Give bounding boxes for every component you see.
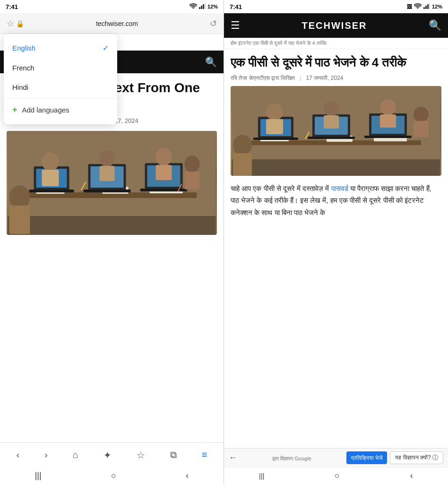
ad-label: द्वारा विज्ञापन Google [272,456,311,461]
lang-french-label: French [12,64,34,72]
hindi-para-1: चाहे आप एक पीसी से दूसरे में दस्तावेज़ म… [231,184,331,192]
svg-rect-32 [425,6,427,9]
site-logo-right: TECHWISER [302,20,367,31]
check-icon: ✓ [103,43,109,52]
svg-rect-58 [232,159,440,176]
search-icon-right[interactable]: 🔍 [429,19,441,32]
url-text[interactable]: techwiser.com [24,20,210,27]
svg-rect-21 [100,166,115,181]
hindi-author: रवि तेजा केएनटीएस द्वारा लिखित [231,75,295,81]
sys-nav-right: ||| ○ ‹ [224,467,448,484]
svg-rect-52 [324,115,339,129]
svg-rect-34 [429,3,430,9]
sys-recents-right[interactable]: ‹ [410,471,413,481]
star-icon[interactable]: ☆ [7,18,14,29]
svg-rect-11 [29,190,74,192]
svg-rect-33 [427,4,429,9]
svg-rect-30 [9,206,30,234]
lang-french[interactable]: French [4,58,117,78]
address-bar: ☆ 🔒 techwiser.com ↺ [0,13,224,34]
svg-rect-3 [205,3,206,9]
svg-point-55 [414,107,429,122]
meta-sep-right: | [300,75,301,81]
svg-rect-54 [380,114,396,128]
svg-rect-14 [84,190,131,192]
lang-english-label: English [12,44,35,52]
refresh-icon[interactable]: ↺ [210,18,217,29]
lang-hindi-label: Hindi [12,83,28,91]
svg-rect-2 [203,4,204,9]
signal-icon-right [423,3,430,10]
breadcrumb-right: होम इंटरनेट एक पीसी से दूसरे में पाठ भेज… [224,38,448,49]
svg-rect-45 [308,137,355,139]
hindi-content: चाहे आप एक पीसी से दूसरे में दस्तावेज़ म… [224,176,448,448]
left-panel: 7:41 12% ☆ 🔒 techwiser.com ↺ Show origin… [0,0,224,484]
ad-bar: ← द्वारा विज्ञापन Google प्रतिक्रिया भेज… [224,448,448,467]
why-ad-label: यह विज्ञापन क्यों? ⓘ [395,454,438,461]
ad-back-icon[interactable]: ← [229,453,237,463]
status-icons-left: 12% [190,3,218,10]
lock-icon: 🔒 [16,20,24,27]
battery-right: 12% [432,4,442,9]
svg-rect-60 [233,153,252,176]
bookmark-button-left[interactable]: ☆ [133,446,149,465]
svg-point-29 [9,185,30,209]
plus-icon: + [12,105,17,115]
article-content-left: 4 Ways to Send Text From One PC to Anoth… [0,73,224,442]
tabs-button-left[interactable]: ⧉ [166,446,181,464]
sys-back-left[interactable]: ||| [35,471,42,481]
battery-left: 12% [207,4,218,9]
language-dropdown: English ✓ French Hindi + Add languages [4,34,117,124]
svg-point-20 [100,150,115,167]
right-panel: 7:41 🖼 12% ☰ TECHWISER 🔍 होम इंटरनेट एक … [224,0,448,484]
ad-label-container: द्वारा विज्ञापन Google [237,454,346,462]
hindi-title: एक पीसी से दूसरे में पाठ भेजने के 4 तरीक… [224,49,448,75]
hamburger-icon[interactable]: ☰ [231,19,240,32]
home-button-left[interactable]: ⌂ [69,446,82,464]
svg-point-49 [266,104,283,121]
time-right: 7:41 [230,3,242,10]
sys-back-right[interactable]: ||| [259,472,264,480]
add-languages-label: Add languages [22,106,69,114]
svg-rect-1 [201,6,202,9]
hindi-meta: रवि तेजा केएनटीएस द्वारा लिखित | 17 जनवर… [224,75,448,86]
lang-english[interactable]: English ✓ [4,38,117,58]
svg-rect-31 [423,7,425,9]
sys-home-right[interactable]: ○ [335,471,340,481]
menu-button-left[interactable]: ≡ [198,446,211,464]
sys-recents-left[interactable]: ‹ [186,471,189,481]
sys-home-left[interactable]: ○ [111,471,116,481]
svg-point-53 [380,99,396,115]
why-ad-button[interactable]: यह विज्ञापन क्यों? ⓘ [390,451,443,464]
back-button-left[interactable]: ‹ [12,446,23,464]
svg-rect-23 [156,165,172,180]
sys-nav-left: ||| ○ ‹ [0,467,224,484]
ai-button-left[interactable]: ✦ [100,446,115,465]
status-bar-left: 7:41 12% [0,0,224,13]
hindi-date: 17 जनवरी, 2024 [306,75,343,81]
bottom-nav-left: ‹ › ⌂ ✦ ☆ ⧉ ≡ [0,442,224,467]
svg-point-59 [233,135,252,156]
article-image-left [7,131,217,235]
article-image-right [231,86,441,176]
forward-button-left[interactable]: › [41,446,52,464]
svg-point-51 [324,101,339,116]
ad-buttons: प्रतिक्रिया भेजें यह विज्ञापन क्यों? ⓘ [346,451,443,464]
right-header: ☰ TECHWISER 🔍 [224,13,448,38]
svg-rect-42 [253,138,298,140]
search-icon-header-left[interactable]: 🔍 [205,56,217,68]
lang-hindi[interactable]: Hindi [4,78,117,97]
status-icons-right: 🖼 12% [407,3,442,10]
svg-rect-28 [8,216,216,235]
svg-rect-48 [364,136,412,138]
dropdown-divider [4,98,117,98]
add-languages-item[interactable]: + Add languages [4,99,117,121]
wifi-icon-right [414,3,422,10]
svg-rect-25 [185,172,200,190]
password-link[interactable]: पासवर्ड [331,184,348,192]
time-left: 7:41 [6,3,18,10]
wifi-icon [190,3,197,10]
svg-point-18 [42,152,59,171]
status-bar-right: 7:41 🖼 12% [224,0,448,13]
feedback-button[interactable]: प्रतिक्रिया भेजें [346,451,387,464]
